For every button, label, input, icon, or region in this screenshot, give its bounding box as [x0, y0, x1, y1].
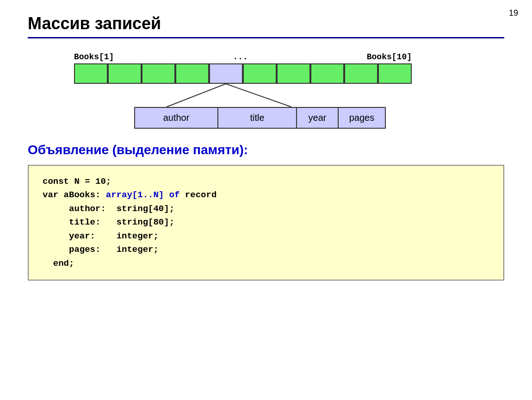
- array-cell-6: [243, 63, 277, 84]
- array-cell-5-selected: [209, 63, 243, 84]
- array-cell-3: [142, 63, 175, 84]
- array-cell-7: [277, 63, 310, 84]
- svg-line-0: [167, 84, 226, 107]
- array-cells: [74, 63, 412, 84]
- record-field-year: year: [297, 108, 339, 128]
- code-line-7: end;: [43, 257, 489, 270]
- page-title: Массив записей: [28, 14, 504, 33]
- array-cell-4: [175, 63, 209, 84]
- array-label-dots: ...: [233, 52, 247, 62]
- array-cell-8: [310, 63, 344, 84]
- array-cell-2: [108, 63, 142, 84]
- record-field-pages: pages: [339, 108, 385, 128]
- page-number: 19: [509, 8, 518, 18]
- array-label-right: Books[10]: [367, 52, 412, 62]
- code-line-5: year: integer;: [43, 230, 489, 243]
- section-heading: Объявление (выделение памяти):: [28, 143, 504, 157]
- code-line-2: var aBooks: array[1..N] of record: [43, 188, 489, 202]
- title-divider: [28, 37, 504, 38]
- array-diagram: Books[1] ... Books[10]: [74, 52, 504, 129]
- array-cell-10: [378, 63, 412, 84]
- array-cell-1: [74, 63, 108, 84]
- array-cell-9: [344, 63, 378, 84]
- record-fields: author title year pages: [134, 107, 386, 129]
- record-field-author: author: [135, 108, 218, 128]
- code-line-4: title: string[80];: [43, 216, 489, 229]
- code-line-6: pages: integer;: [43, 243, 489, 256]
- svg-line-1: [226, 84, 291, 107]
- record-field-title: title: [218, 108, 297, 128]
- code-line-3: author: string[40];: [43, 202, 489, 216]
- code-block: const N = 10; var aBooks: array[1..N] of…: [28, 165, 504, 281]
- connector-lines: [74, 84, 412, 107]
- code-line-1: const N = 10;: [43, 175, 489, 188]
- array-label-left: Books[1]: [74, 52, 114, 62]
